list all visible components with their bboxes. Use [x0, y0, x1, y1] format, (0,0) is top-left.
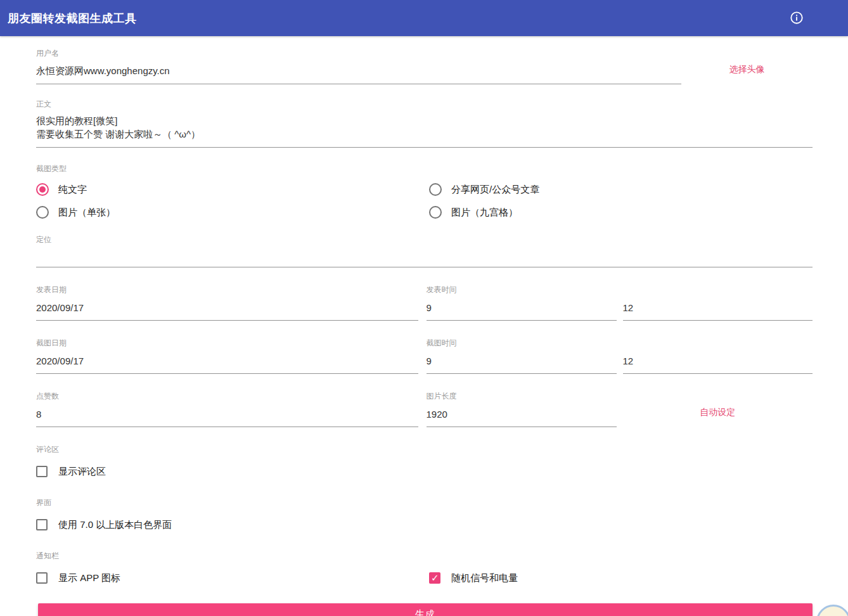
body-text-line1: 很实用的教程[微笑]	[36, 114, 813, 127]
radio-option-grid-images[interactable]: 图片（九宫格）	[429, 203, 813, 221]
radio-label: 图片（九宫格）	[451, 207, 518, 219]
radio-option-share-link[interactable]: 分享网页/公众号文章	[429, 181, 813, 198]
radio-option-single-image[interactable]: 图片（单张）	[36, 203, 429, 221]
form-container: 用户名 选择头像 正文 很实用的教程[微笑] 需要收集五个赞 谢谢大家啦～（ ^…	[0, 36, 848, 616]
notification-label: 通知栏	[36, 551, 813, 560]
radio-label: 纯文字	[58, 184, 87, 196]
checkbox-unchecked-icon	[36, 572, 48, 584]
username-input[interactable]	[36, 58, 681, 84]
info-icon[interactable]	[790, 11, 804, 25]
username-row: 用户名 选择头像	[36, 49, 813, 84]
app-bar: 朋友圈转发截图生成工具	[0, 0, 848, 36]
capture-minute-input[interactable]	[623, 347, 813, 373]
body-text-field: 正文 很实用的教程[微笑] 需要收集五个赞 谢谢大家啦～（ ^ω^）	[36, 99, 813, 148]
publish-time-field: 发表时间	[427, 285, 813, 321]
publish-time-label: 发表时间	[427, 285, 617, 294]
radio-option-pure-text[interactable]: 纯文字	[36, 181, 429, 198]
image-height-label: 图片长度	[427, 392, 617, 401]
image-height-field: 图片长度 自动设定	[427, 392, 813, 427]
likes-input[interactable]	[36, 401, 418, 427]
comments-section: 评论区 显示评论区	[36, 445, 813, 480]
publish-date-field: 发表日期	[36, 285, 418, 321]
comments-label: 评论区	[36, 445, 813, 454]
checkbox-label: 显示评论区	[58, 466, 106, 478]
capture-date-input[interactable]	[36, 347, 418, 373]
screenshot-type-options: 纯文字 分享网页/公众号文章 图片（单张） 图片（九宫格）	[36, 181, 813, 221]
show-comments-checkbox[interactable]: 显示评论区	[36, 463, 106, 480]
spacer-label	[623, 285, 813, 294]
radio-label: 分享网页/公众号文章	[451, 184, 539, 196]
radio-unchecked-icon	[36, 206, 49, 219]
radio-label: 图片（单张）	[58, 207, 115, 219]
checkbox-unchecked-icon	[36, 466, 48, 477]
body-text-input[interactable]: 很实用的教程[微笑] 需要收集五个赞 谢谢大家啦～（ ^ω^）	[36, 108, 813, 148]
radio-unchecked-icon	[429, 183, 442, 196]
image-height-input[interactable]	[427, 401, 617, 427]
capture-hour-input[interactable]	[427, 347, 617, 373]
generate-button[interactable]: 生成	[38, 603, 813, 616]
likes-field: 点赞数	[36, 392, 418, 427]
checkbox-label: 显示 APP 图标	[58, 572, 120, 584]
white-ui-checkbox[interactable]: 使用 7.0 以上版本白色界面	[36, 516, 172, 534]
checkbox-label: 随机信号和电量	[451, 572, 518, 584]
ui-section: 界面 使用 7.0 以上版本白色界面	[36, 498, 813, 534]
publish-date-input[interactable]	[36, 294, 418, 320]
location-field: 定位	[36, 235, 813, 267]
publish-date-label: 发表日期	[36, 285, 418, 294]
publish-minute-input[interactable]	[623, 294, 813, 320]
likes-row: 点赞数 图片长度 自动设定	[36, 392, 813, 427]
capture-time-field: 截图时间	[427, 338, 813, 374]
username-label: 用户名	[36, 49, 681, 58]
screenshot-type-label: 截图类型	[36, 164, 813, 173]
body-text-line2: 需要收集五个赞 谢谢大家啦～（ ^ω^）	[36, 127, 813, 141]
checkbox-checked-icon	[429, 572, 440, 584]
radio-unchecked-icon	[429, 206, 442, 219]
username-field: 用户名	[36, 49, 681, 84]
show-app-icon-checkbox[interactable]: 显示 APP 图标	[36, 569, 429, 587]
checkbox-label: 使用 7.0 以上版本白色界面	[58, 519, 172, 531]
location-label: 定位	[36, 235, 813, 244]
radio-checked-icon	[36, 183, 49, 196]
auto-set-link[interactable]: 自动设定	[700, 407, 735, 427]
ui-label: 界面	[36, 498, 813, 507]
page-title: 朋友圈转发截图生成工具	[8, 11, 137, 26]
capture-time-label: 截图时间	[427, 338, 617, 347]
location-input[interactable]	[36, 244, 813, 267]
body-text-label: 正文	[36, 99, 813, 108]
capture-date-field: 截图日期	[36, 338, 418, 374]
screenshot-type-group: 截图类型 纯文字 分享网页/公众号文章 图片（单张） 图片（九宫格）	[36, 164, 813, 221]
notification-section: 通知栏 显示 APP 图标 随机信号和电量	[36, 551, 813, 587]
choose-avatar-link[interactable]: 选择头像	[681, 64, 813, 84]
capture-date-label: 截图日期	[36, 338, 418, 347]
publish-row: 发表日期 发表时间	[36, 285, 813, 321]
spacer-label	[623, 338, 813, 347]
likes-label: 点赞数	[36, 392, 418, 401]
random-signal-battery-checkbox[interactable]: 随机信号和电量	[429, 569, 518, 587]
checkbox-unchecked-icon	[36, 519, 48, 530]
capture-row: 截图日期 截图时间	[36, 338, 813, 374]
publish-hour-input[interactable]	[427, 294, 617, 320]
